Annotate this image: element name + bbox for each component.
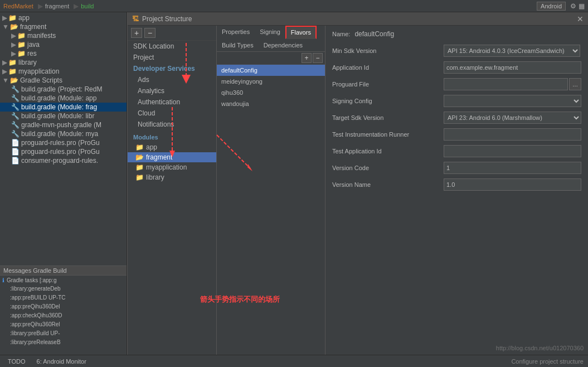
android-monitor-tab[interactable]: 6: Android Monitor (33, 358, 90, 365)
sidebar-item-sdk[interactable]: SDK Location (128, 41, 216, 52)
pro-icon: 📄 (11, 157, 20, 165)
tree-item-build-gradle-lib[interactable]: 🔧 build.gradle (Module: libr (0, 112, 127, 120)
proguard-input[interactable] (444, 78, 568, 90)
tree-item-consumer-proguard[interactable]: 📄 consumer-proguard-rules. (0, 156, 127, 165)
tree-label: manifests (27, 32, 56, 40)
expand-icon: ▶ (2, 14, 7, 22)
flavor-item-wandoujia[interactable]: wandoujia (217, 98, 325, 109)
dialog-title-bar: 🏗 Project Structure ✕ (128, 12, 588, 26)
tree-label: fragment (20, 23, 46, 31)
msg-item: ℹ Gradle tasks [:app:g (2, 277, 124, 284)
prop-row-version-code: Version Code (332, 162, 581, 174)
sidebar-item-ads[interactable]: Ads (128, 74, 216, 85)
prop-row-target-sdk: Target Sdk Version API 23: Android 6.0 (… (332, 112, 581, 124)
tree-item-java[interactable]: ▶ 📁 java (0, 40, 127, 49)
status-bar: TODO 6: Android Monitor Configure projec… (0, 355, 588, 367)
msg-text: Gradle tasks [:app:g (7, 277, 57, 283)
folder-icon: 📁 (8, 14, 17, 22)
sidebar-module-app[interactable]: 📁 app (128, 142, 216, 152)
pro-icon: 📄 (11, 139, 20, 147)
flavor-item-default[interactable]: defaultConfig (217, 65, 325, 76)
test-runner-input[interactable] (444, 128, 581, 141)
tree-label: build.gradle (Project: RedM (21, 85, 102, 93)
tab-flavors[interactable]: Flavors (285, 26, 317, 39)
dialog-sidebar: + − SDK Location Project Developer Servi… (128, 26, 217, 355)
tree-item-proguard2[interactable]: 📄 proguard-rules.pro (ProGu (0, 147, 127, 156)
tree-label: gradle-mvn-push.gradle (M (21, 121, 101, 129)
msg-item: :library:preReleaseB (2, 337, 124, 346)
tree-item-manifests[interactable]: ▶ 📁 manifests (0, 31, 127, 40)
sidebar-module-myapplication[interactable]: 📁 myapplication (128, 162, 216, 172)
test-runner-label: Test Instrumentation Runner (332, 131, 444, 138)
tree-label: library (18, 59, 37, 66)
sidebar-module-fragment[interactable]: 📂 fragment (128, 152, 216, 162)
tree-item-myapplication[interactable]: ▶ 📁 myapplication (0, 67, 127, 76)
test-app-id-input[interactable] (444, 145, 581, 157)
msg-item: :app:preQihu360Del (2, 302, 124, 311)
app-id-label: Application Id (332, 64, 444, 71)
dialog-close-btn[interactable]: ✕ (577, 15, 584, 23)
dialog-title: Project Structure (142, 15, 192, 23)
tree-item-library[interactable]: ▶ 📁 library (0, 58, 127, 67)
tab-properties[interactable]: Properties (217, 26, 255, 39)
proguard-browse-btn[interactable]: … (569, 78, 581, 90)
tree-item-fragment[interactable]: ▼ 📂 fragment (0, 22, 127, 31)
android-dropdown[interactable]: Android (537, 2, 566, 11)
tree-area: ▶ 📁 app ▼ 📂 fragment ▶ 📁 manifests ▶ 📁 j… (0, 12, 127, 265)
test-app-id-label: Test Application Id (332, 148, 444, 154)
tab-signing[interactable]: Signing (255, 26, 285, 39)
pro-icon: 📄 (11, 148, 20, 156)
todo-tab[interactable]: TODO (4, 358, 29, 365)
flavor-item-meideyingyong[interactable]: meideyingyong (217, 76, 325, 87)
min-sdk-select[interactable]: API 15: Android 4.0.3 (IceCreamSandwich) (444, 45, 580, 57)
version-name-input[interactable] (444, 178, 581, 191)
msg-item: :app:checkQihu360D (2, 311, 124, 320)
tab-build-types[interactable]: Build Types (217, 39, 259, 51)
name-value: defaultConfig (354, 30, 394, 38)
tree-item-app[interactable]: ▶ 📁 app (0, 13, 127, 22)
layout-icon[interactable]: ▦ (579, 2, 585, 10)
expand-icon: ▶ (2, 59, 7, 66)
tree-item-res[interactable]: ▶ 📁 res (0, 49, 127, 58)
dialog-center: Properties Signing Flavors Build Types D… (217, 26, 325, 355)
tabs-bar: Properties Signing Flavors Build Types D… (217, 26, 325, 52)
target-sdk-select[interactable]: API 23: Android 6.0 (Marshmallow) (444, 112, 581, 124)
tree-item-gradle-mvn[interactable]: 🔧 gradle-mvn-push.gradle (M (0, 120, 127, 129)
remove-flavor-btn[interactable]: − (313, 53, 323, 63)
sidebar-module-library[interactable]: 📁 library (128, 172, 216, 182)
folder-icon: 📂 (10, 23, 18, 31)
tab-dependencies[interactable]: Dependencies (259, 39, 308, 51)
msg-text: :library:generateDeb (10, 286, 61, 292)
add-flavor-btn[interactable]: + (302, 53, 312, 63)
signing-select[interactable] (444, 95, 581, 107)
settings-icon[interactable]: ⚙ (570, 2, 576, 10)
prop-row-signing: Signing Config (332, 95, 581, 107)
expand-icon: ▶ (11, 41, 16, 49)
expand-icon: ▶ (11, 32, 16, 40)
expand-icon: ▼ (2, 76, 9, 84)
expand-icon: ▶ (11, 50, 16, 57)
tree-item-build-gradle-app[interactable]: 🔧 build.gradle (Module: app (0, 94, 127, 103)
dialog-body: + − SDK Location Project Developer Servi… (128, 26, 588, 355)
tree-item-gradle-scripts[interactable]: ▼ 📂 Gradle Scripts (0, 76, 127, 85)
tree-item-build-gradle-project[interactable]: 🔧 build.gradle (Project: RedM (0, 85, 127, 94)
gradle-icon: 🔧 (11, 112, 20, 120)
version-code-input[interactable] (444, 162, 581, 174)
add-module-btn[interactable]: + (131, 28, 142, 38)
sidebar-item-auth[interactable]: Authentication (128, 96, 216, 108)
tree-label: proguard-rules.pro (ProGu (21, 148, 100, 156)
msg-text: :app:preQihu360Del (10, 303, 60, 310)
remove-module-btn[interactable]: − (144, 28, 155, 38)
sidebar-item-analytics[interactable]: Analytics (128, 85, 216, 96)
sidebar-item-project[interactable]: Project (128, 52, 216, 63)
ide-separator: ▶ (38, 2, 43, 10)
tree-item-proguard1[interactable]: 📄 proguard-rules.pro (ProGu (0, 138, 127, 147)
sidebar-item-cloud[interactable]: Cloud (128, 108, 216, 119)
app-id-input[interactable] (444, 61, 581, 74)
tree-item-build-gradle-fragment[interactable]: 🔧 build.gradle (Module: frag (0, 103, 127, 112)
tree-item-build-gradle-mya[interactable]: 🔧 build.gradle (Module: mya (0, 129, 127, 138)
flavor-item-qihu360[interactable]: qihu360 (217, 87, 325, 98)
tree-label: build.gradle (Module: frag (21, 103, 97, 111)
ide-module-name: fragment (45, 3, 69, 9)
sidebar-item-notifications[interactable]: Notifications (128, 119, 216, 130)
